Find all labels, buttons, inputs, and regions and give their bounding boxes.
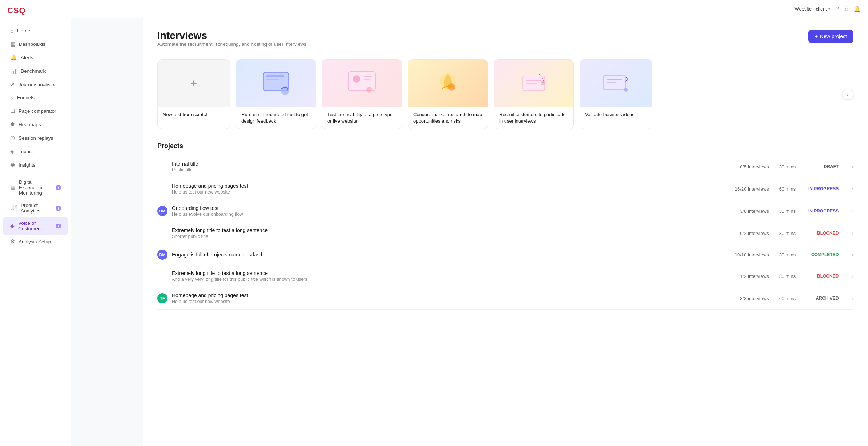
workspace-selector[interactable]: Website - client ▾ <box>794 6 830 12</box>
sidebar-item-benchmark[interactable]: 📊Benchmark <box>3 64 68 77</box>
sidebar-item-insights[interactable]: ◉Insights <box>3 158 68 171</box>
project-duration: 30 mins <box>779 252 796 258</box>
chevron-down-icon: ▾ <box>828 7 830 11</box>
project-info: Homepage and pricing pages testHelp us t… <box>172 292 735 304</box>
premium-badge: ♦ <box>56 206 61 211</box>
table-row[interactable]: TFHomepage and pricing pages testHelp us… <box>157 287 853 310</box>
template-card-title-recruit: Recruit customers to participate in user… <box>499 111 568 124</box>
sidebar-item-alerts[interactable]: 🔔Alerts <box>3 51 68 64</box>
template-card-image-recruit <box>494 60 573 107</box>
sidebar-item-journey-analysis[interactable]: ↗Journey analysis <box>3 78 68 91</box>
project-meta: 8/8 interviews60 minsARCHIVED› <box>740 295 853 301</box>
project-title: Homepage and pricing pages test <box>172 183 730 189</box>
project-meta: 0/5 interviews30 minsDRAFT› <box>740 164 853 170</box>
sidebar: CSQ ⌂Home▦Dashboards🔔Alerts📊Benchmark↗Jo… <box>0 0 71 446</box>
chevron-right-icon: › <box>852 164 853 170</box>
table-row[interactable]: Homepage and pricing pages testHelp us t… <box>157 178 853 200</box>
sidebar-item-digital-experience[interactable]: ▤Digital Experience Monitoring♦ <box>3 176 68 199</box>
project-info: Extremely long title to test a long sent… <box>172 270 735 282</box>
svg-rect-12 <box>526 80 541 81</box>
sidebar-item-session-replays[interactable]: ◎Session replays <box>3 131 68 144</box>
template-card-market-research[interactable]: Conduct market research to map opportuni… <box>408 59 488 129</box>
project-duration: 30 mins <box>779 274 796 279</box>
page-comparator-icon: ☐ <box>10 108 15 114</box>
scroll-right-arrow[interactable]: › <box>843 89 853 100</box>
benchmark-icon: 📊 <box>10 68 17 74</box>
sidebar-item-label-funnels: Funnels <box>17 95 35 100</box>
sidebar-item-impact[interactable]: ◈Impact <box>3 145 68 158</box>
sidebar-item-label-alerts: Alerts <box>21 55 33 60</box>
table-row[interactable]: Internal titlePublic title0/5 interviews… <box>157 156 853 178</box>
top-bar: Website - client ▾ ? ⠿ 🔔 <box>71 0 868 18</box>
table-row[interactable]: DMOnboarding flow testHelp us evolve our… <box>157 200 853 222</box>
page-title: Interviews <box>157 30 307 41</box>
project-meta: 3/8 interviews30 minsIN PROGRESS› <box>740 208 853 214</box>
template-card-title-market-research: Conduct market research to map opportuni… <box>413 111 482 124</box>
sidebar-item-analysis-setup[interactable]: ⚙Analysis Setup <box>3 235 68 248</box>
status-badge: IN PROGRESS <box>806 186 839 191</box>
avatar: DM <box>157 206 167 216</box>
new-project-button[interactable]: + New project <box>808 30 853 43</box>
project-duration: 30 mins <box>779 164 796 170</box>
project-subtitle: Help us evolve our onboarding flow <box>172 212 735 217</box>
svg-point-5 <box>353 75 360 83</box>
template-card-title-unmoderated: Run an unmoderated test to get design fe… <box>241 111 311 124</box>
sidebar-item-product-analytics[interactable]: 📈Product Analytics♦ <box>3 199 68 217</box>
template-card-unmoderated[interactable]: Run an unmoderated test to get design fe… <box>236 59 316 129</box>
sidebar-item-home[interactable]: ⌂Home <box>3 24 68 37</box>
chevron-right-icon: › <box>852 252 853 258</box>
sidebar-item-funnels[interactable]: ⬦Funnels <box>3 91 68 104</box>
project-info: Homepage and pricing pages testHelp us t… <box>172 183 730 195</box>
voice-of-customer-icon: ◆ <box>10 223 15 229</box>
table-row[interactable]: DMEngage is full of projects named asdas… <box>157 244 853 265</box>
sidebar-item-dashboards[interactable]: ▦Dashboards <box>3 37 68 51</box>
chevron-right-icon: › <box>852 186 853 192</box>
project-title: Homepage and pricing pages test <box>172 292 735 298</box>
premium-badge: ♦ <box>56 185 61 190</box>
template-card-title-new-test: New test from scratch <box>163 111 225 118</box>
project-meta: 16/20 interviews60 minsIN PROGRESS› <box>735 186 853 192</box>
digital-experience-icon: ▤ <box>10 184 15 191</box>
project-info: Engage is full of projects named asdasd <box>172 252 730 258</box>
sidebar-item-label-session-replays: Session replays <box>19 135 53 141</box>
template-card-usability[interactable]: Test the usability of a prototype or liv… <box>322 59 402 129</box>
project-subtitle: Public title <box>172 167 735 172</box>
svg-rect-13 <box>526 83 537 84</box>
project-subtitle: And a very very long title for this publ… <box>172 277 735 282</box>
heatmaps-icon: ✱ <box>10 121 15 128</box>
apps-grid-icon[interactable]: ⠿ <box>844 5 848 12</box>
chevron-right-icon: › <box>852 273 853 279</box>
template-card-validate[interactable]: Validate business ideas <box>580 59 652 129</box>
interviews-count: 3/8 interviews <box>740 208 769 214</box>
table-row[interactable]: Extremely long title to test a long sent… <box>157 265 853 287</box>
sidebar-item-heatmaps[interactable]: ✱Heatmaps <box>3 118 68 131</box>
project-subtitle: Help us test our new website <box>172 299 735 304</box>
journey-analysis-icon: ↗ <box>10 81 15 88</box>
project-subtitle: Help us test our new website <box>172 190 730 195</box>
template-card-title-validate: Validate business ideas <box>585 111 647 118</box>
template-card-recruit[interactable]: Recruit customers to participate in user… <box>494 59 574 129</box>
help-icon[interactable]: ? <box>836 6 839 12</box>
template-card-image-validate <box>580 60 652 107</box>
impact-icon: ◈ <box>10 148 15 155</box>
interviews-count: 10/10 interviews <box>735 252 769 258</box>
project-duration: 30 mins <box>779 231 796 236</box>
status-badge: COMPLETED <box>806 252 839 257</box>
avatar: TF <box>157 293 167 303</box>
projects-section-title: Projects <box>157 142 853 150</box>
session-replays-icon: ◎ <box>10 135 15 141</box>
svg-rect-16 <box>607 79 622 80</box>
sidebar-item-page-comparator[interactable]: ☐Page comparator <box>3 104 68 118</box>
project-meta: 10/10 interviews30 minsCOMPLETED› <box>735 252 853 258</box>
project-subtitle: Shorter public title <box>172 234 735 239</box>
sidebar-item-voice-of-customer[interactable]: ◆Voice of Customer♦ <box>3 217 68 235</box>
table-row[interactable]: Extremely long title to test a long sent… <box>157 222 853 244</box>
sidebar-item-label-heatmaps: Heatmaps <box>19 122 41 127</box>
product-analytics-icon: 📈 <box>10 205 17 211</box>
chevron-right-icon: › <box>852 295 853 301</box>
project-duration: 60 mins <box>779 186 796 192</box>
svg-rect-4 <box>348 72 375 91</box>
template-card-new-test[interactable]: +New test from scratch <box>157 59 230 129</box>
sidebar-item-label-analysis-setup: Analysis Setup <box>19 239 51 244</box>
notifications-icon[interactable]: 🔔 <box>853 5 861 12</box>
